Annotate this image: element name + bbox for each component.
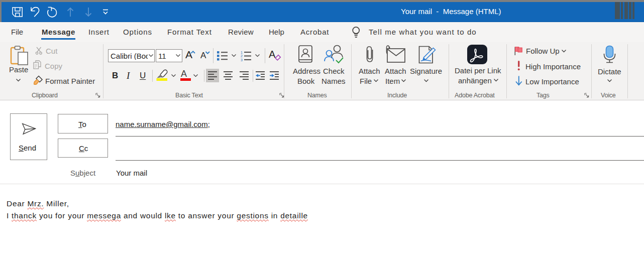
svg-text:1: 1 <box>241 51 243 54</box>
svg-text:3: 3 <box>241 58 243 62</box>
svg-text:2: 2 <box>241 54 243 58</box>
